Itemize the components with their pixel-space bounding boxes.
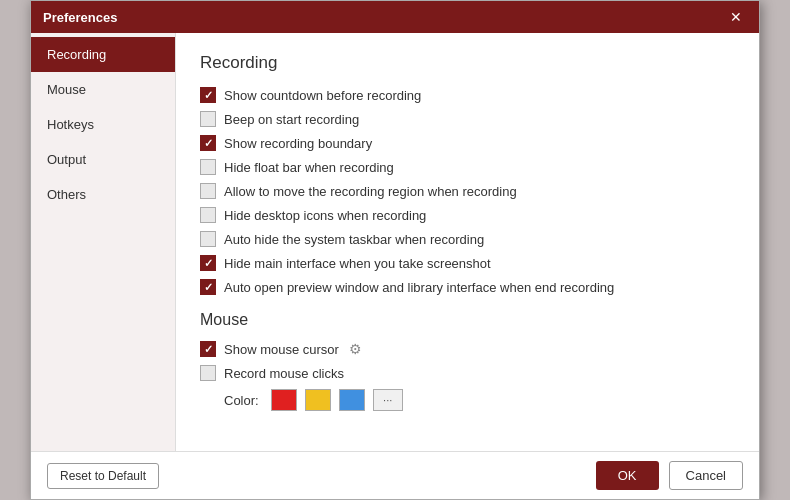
label-auto-preview: Auto open preview window and library int… <box>224 280 614 295</box>
color-swatch-blue[interactable] <box>339 389 365 411</box>
recording-section-title: Recording <box>200 53 735 73</box>
color-row: Color: ··· <box>224 389 735 411</box>
label-boundary: Show recording boundary <box>224 136 372 151</box>
dialog-body: Recording Mouse Hotkeys Output Others Re… <box>31 33 759 451</box>
sidebar-item-mouse[interactable]: Mouse <box>31 72 175 107</box>
sidebar-item-hotkeys[interactable]: Hotkeys <box>31 107 175 142</box>
option-countdown: Show countdown before recording <box>200 87 735 103</box>
titlebar: Preferences ✕ <box>31 1 759 33</box>
label-beep: Beep on start recording <box>224 112 359 127</box>
option-hide-taskbar: Auto hide the system taskbar when record… <box>200 231 735 247</box>
content-area: Recording Show countdown before recordin… <box>176 33 759 451</box>
checkbox-record-clicks[interactable] <box>200 365 216 381</box>
preferences-dialog: Preferences ✕ Recording Mouse Hotkeys Ou… <box>30 0 760 500</box>
option-auto-preview: Auto open preview window and library int… <box>200 279 735 295</box>
gear-icon[interactable]: ⚙ <box>349 341 362 357</box>
footer-buttons: OK Cancel <box>596 461 743 490</box>
checkbox-float-bar[interactable] <box>200 159 216 175</box>
label-move-region: Allow to move the recording region when … <box>224 184 517 199</box>
color-label: Color: <box>224 393 259 408</box>
label-show-cursor: Show mouse cursor <box>224 342 339 357</box>
label-countdown: Show countdown before recording <box>224 88 421 103</box>
checkbox-move-region[interactable] <box>200 183 216 199</box>
label-record-clicks: Record mouse clicks <box>224 366 344 381</box>
option-beep: Beep on start recording <box>200 111 735 127</box>
reset-button[interactable]: Reset to Default <box>47 463 159 489</box>
ok-button[interactable]: OK <box>596 461 659 490</box>
color-more-button[interactable]: ··· <box>373 389 403 411</box>
checkbox-auto-preview[interactable] <box>200 279 216 295</box>
label-hide-desktop: Hide desktop icons when recording <box>224 208 426 223</box>
sidebar-item-recording[interactable]: Recording <box>31 37 175 72</box>
label-float-bar: Hide float bar when recording <box>224 160 394 175</box>
checkbox-hide-main[interactable] <box>200 255 216 271</box>
checkbox-hide-taskbar[interactable] <box>200 231 216 247</box>
dialog-title: Preferences <box>43 10 725 25</box>
option-hide-main: Hide main interface when you take screen… <box>200 255 735 271</box>
option-hide-desktop: Hide desktop icons when recording <box>200 207 735 223</box>
sidebar-item-output[interactable]: Output <box>31 142 175 177</box>
option-boundary: Show recording boundary <box>200 135 735 151</box>
sidebar: Recording Mouse Hotkeys Output Others <box>31 33 176 451</box>
dialog-footer: Reset to Default OK Cancel <box>31 451 759 499</box>
option-move-region: Allow to move the recording region when … <box>200 183 735 199</box>
checkbox-show-cursor[interactable] <box>200 341 216 357</box>
label-hide-main: Hide main interface when you take screen… <box>224 256 491 271</box>
label-hide-taskbar: Auto hide the system taskbar when record… <box>224 232 484 247</box>
cancel-button[interactable]: Cancel <box>669 461 743 490</box>
option-float-bar: Hide float bar when recording <box>200 159 735 175</box>
color-swatch-yellow[interactable] <box>305 389 331 411</box>
checkbox-boundary[interactable] <box>200 135 216 151</box>
checkbox-countdown[interactable] <box>200 87 216 103</box>
option-record-clicks: Record mouse clicks <box>200 365 735 381</box>
sidebar-item-others[interactable]: Others <box>31 177 175 212</box>
close-button[interactable]: ✕ <box>725 6 747 28</box>
mouse-section-title: Mouse <box>200 311 735 329</box>
color-swatch-red[interactable] <box>271 389 297 411</box>
option-show-cursor: Show mouse cursor ⚙ <box>200 341 735 357</box>
checkbox-beep[interactable] <box>200 111 216 127</box>
checkbox-hide-desktop[interactable] <box>200 207 216 223</box>
